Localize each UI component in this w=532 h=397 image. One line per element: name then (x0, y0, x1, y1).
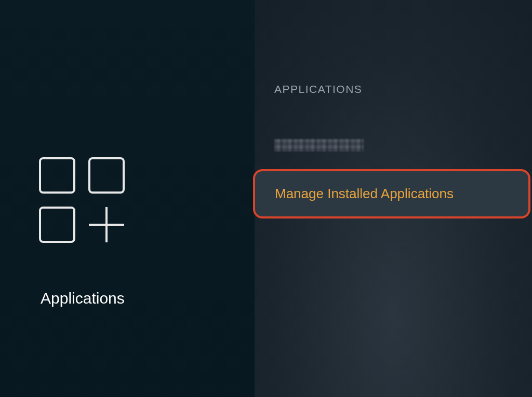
redacted-text (274, 139, 364, 152)
app-square-icon (39, 207, 75, 243)
menu-item-manage-installed-applications[interactable]: Manage Installed Applications (253, 169, 530, 218)
app-square-icon (39, 157, 75, 194)
category-title: Applications (41, 290, 125, 307)
settings-list-panel: APPLICATIONS Manage Installed Applicatio… (255, 0, 532, 397)
section-header: APPLICATIONS (255, 83, 532, 95)
menu-item-obscured[interactable] (255, 132, 532, 169)
app-square-icon (88, 157, 125, 194)
category-panel: Applications (0, 0, 255, 397)
applications-icon (39, 157, 130, 248)
menu-item-label: Manage Installed Applications (275, 186, 454, 201)
plus-icon (88, 207, 125, 243)
